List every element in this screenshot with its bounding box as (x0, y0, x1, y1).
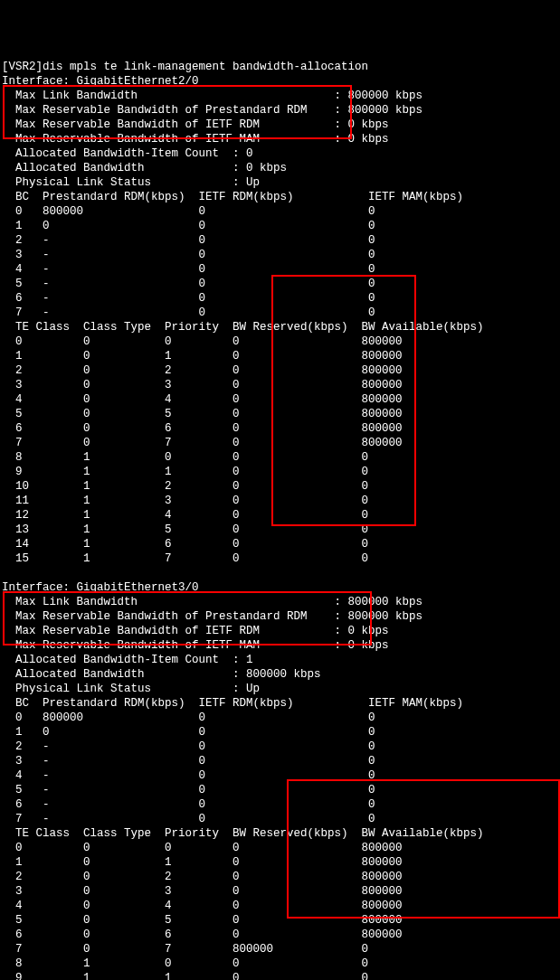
terminal-output: [VSR2]dis mpls te link-management bandwi… (0, 58, 560, 980)
